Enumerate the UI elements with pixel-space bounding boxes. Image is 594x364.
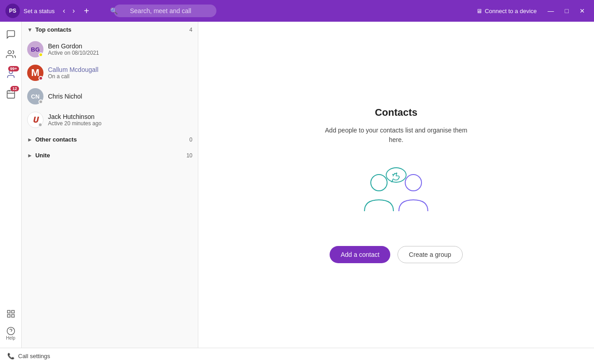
avatar-callum-mcdougall: M — [27, 65, 43, 81]
subtitle-part1: Add people to your contacts list and org… — [325, 127, 467, 134]
top-contacts-header[interactable]: ▼ Top contacts 4 — [22, 22, 198, 38]
contact-name-ben-gordon: Ben Gordon — [48, 43, 192, 50]
sidebar-item-help[interactable]: Help — [2, 325, 20, 342]
svg-point-10 — [7, 327, 14, 335]
sidebar-bottom: Help — [2, 305, 20, 348]
svg-rect-6 — [7, 311, 10, 313]
window-controls: — □ ✕ — [544, 5, 589, 16]
svg-rect-7 — [11, 311, 14, 313]
status-dot-ben-gordon — [38, 52, 43, 57]
subtitle-part2: here. — [389, 136, 403, 143]
add-contact-button[interactable]: Add a contact — [330, 246, 390, 263]
svg-point-0 — [8, 51, 11, 54]
bottom-bar: 📞 Call settings — [0, 348, 594, 364]
create-group-button[interactable]: Create a group — [398, 246, 462, 263]
svg-rect-9 — [11, 315, 14, 317]
sidebar-item-contacts[interactable]: 99+ — [2, 65, 20, 83]
minimize-button[interactable]: — — [544, 5, 558, 16]
restore-button[interactable]: □ — [561, 5, 572, 16]
contact-info-callum: Callum Mcdougall On a call — [48, 66, 192, 80]
contacts-title: Contacts — [375, 107, 417, 118]
call-settings-label[interactable]: Call settings — [18, 353, 50, 359]
main-layout: 99+ 12 Help — [0, 22, 594, 348]
top-contacts-count: 4 — [189, 27, 192, 33]
svg-point-12 — [405, 175, 422, 191]
other-contacts-chevron: ► — [27, 137, 33, 143]
main-content: Contacts Add people to your contacts lis… — [198, 22, 594, 348]
contact-name-jack: Jack Hutchinson — [48, 113, 192, 120]
contact-status-jack: Active 20 minutes ago — [48, 120, 192, 127]
sidebar-item-teams[interactable] — [2, 45, 20, 63]
contact-item-ben-gordon[interactable]: BG Ben Gordon Active on 08/10/2021 — [22, 38, 198, 61]
connect-device-button[interactable]: 🖥 Connect to a device — [476, 8, 537, 14]
svg-point-11 — [371, 175, 387, 191]
user-avatar[interactable]: PS — [5, 4, 20, 18]
sidebar-item-apps[interactable] — [2, 305, 20, 323]
help-label: Help — [6, 336, 15, 340]
add-button[interactable]: + — [81, 5, 92, 17]
contact-info-ben-gordon: Ben Gordon Active on 08/10/2021 — [48, 43, 192, 56]
nav-controls: ‹ › — [60, 5, 78, 16]
contact-name-chris: Chris Nichol — [48, 93, 192, 100]
contact-status-ben-gordon: Active on 08/10/2021 — [48, 50, 192, 56]
status-dot-jack — [38, 123, 43, 127]
calendar-badge: 12 — [10, 86, 19, 91]
svg-rect-2 — [7, 91, 14, 99]
svg-point-14 — [393, 174, 394, 175]
connect-device-label: Connect to a device — [485, 8, 537, 14]
status-dot-callum — [38, 76, 43, 80]
monitor-icon: 🖥 — [476, 8, 482, 14]
top-contacts-label: Top contacts — [35, 26, 189, 33]
other-contacts-label: Other contacts — [35, 136, 189, 143]
contact-info-jack: Jack Hutchinson Active 20 minutes ago — [48, 113, 192, 127]
unite-header[interactable]: ► Unite 10 — [22, 147, 198, 163]
svg-rect-8 — [7, 315, 10, 317]
avatar-initials: PS — [9, 8, 16, 14]
contact-name-callum: Callum Mcdougall — [48, 66, 192, 73]
contact-item-chris-nichol[interactable]: CN Chris Nichol — [22, 85, 198, 108]
search-input[interactable] — [114, 5, 216, 17]
contacts-subtitle: Add people to your contacts list and org… — [325, 126, 467, 145]
sidebar-item-chat[interactable] — [2, 25, 20, 43]
svg-point-16 — [396, 172, 398, 174]
status-dot-chris — [38, 99, 43, 104]
titlebar: PS Set a status ‹ › + 🔍 🖥 Connect to a d… — [0, 0, 594, 22]
status-label[interactable]: Set a status — [24, 8, 55, 14]
sidebar: 99+ 12 Help — [0, 22, 22, 348]
action-buttons: Add a contact Create a group — [330, 246, 462, 263]
sidebar-item-calendar[interactable]: 12 — [2, 85, 20, 103]
unite-chevron: ► — [27, 152, 33, 159]
other-contacts-count: 0 — [189, 137, 192, 143]
nav-back-button[interactable]: ‹ — [60, 5, 68, 16]
contact-item-jack-hutchinson[interactable]: 𝙐 Jack Hutchinson Active 20 minutes ago — [22, 108, 198, 132]
contact-info-chris: Chris Nichol — [48, 93, 192, 100]
close-button[interactable]: ✕ — [576, 5, 589, 16]
top-contacts-chevron: ▼ — [27, 27, 33, 33]
nav-forward-button[interactable]: › — [70, 5, 77, 16]
avatar-ben-gordon: BG — [27, 41, 43, 57]
contacts-badge: 99+ — [8, 66, 19, 71]
contacts-illustration — [355, 159, 437, 224]
contact-item-callum-mcdougall[interactable]: M Callum Mcdougall On a call — [22, 61, 198, 85]
titlebar-right: 🖥 Connect to a device — □ ✕ — [476, 5, 589, 16]
contact-status-callum: On a call — [48, 73, 192, 80]
unite-count: 10 — [187, 152, 192, 159]
other-contacts-header[interactable]: ► Other contacts 0 — [22, 132, 198, 147]
contact-panel: ▼ Top contacts 4 BG Ben Gordon Active on… — [22, 22, 198, 348]
svg-point-15 — [394, 173, 396, 174]
avatar-chris-nichol: CN — [27, 88, 43, 104]
search-wrapper: 🔍 — [105, 5, 268, 17]
avatar-jack-hutchinson: 𝙐 — [27, 112, 43, 128]
call-settings-icon: 📞 — [7, 353, 14, 359]
unite-label: Unite — [35, 152, 187, 159]
